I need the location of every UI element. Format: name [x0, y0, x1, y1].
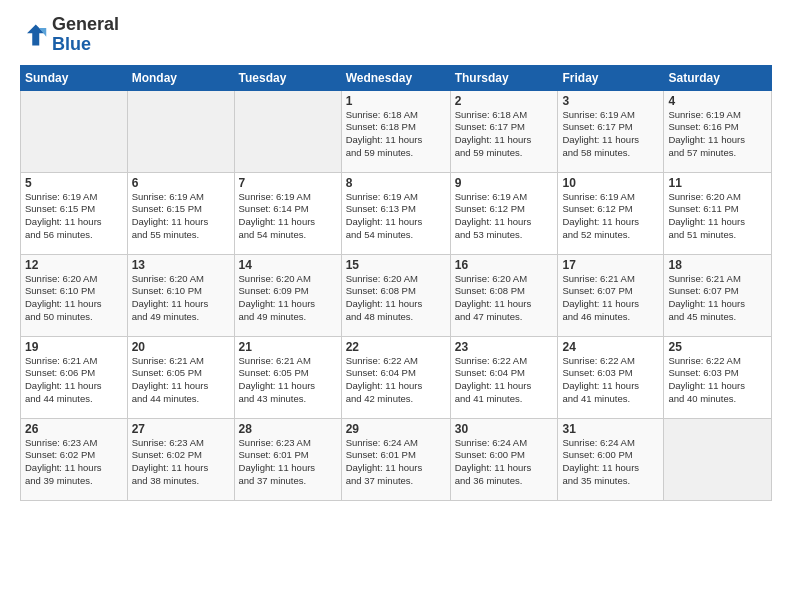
day-number: 20 — [132, 340, 230, 354]
calendar-cell: 11Sunrise: 6:20 AM Sunset: 6:11 PM Dayli… — [664, 172, 772, 254]
day-number: 21 — [239, 340, 337, 354]
calendar-cell: 6Sunrise: 6:19 AM Sunset: 6:15 PM Daylig… — [127, 172, 234, 254]
day-info: Sunrise: 6:19 AM Sunset: 6:17 PM Dayligh… — [562, 109, 659, 160]
day-number: 23 — [455, 340, 554, 354]
week-row-4: 19Sunrise: 6:21 AM Sunset: 6:06 PM Dayli… — [21, 336, 772, 418]
day-number: 3 — [562, 94, 659, 108]
day-number: 11 — [668, 176, 767, 190]
weekday-header-wednesday: Wednesday — [341, 65, 450, 90]
week-row-5: 26Sunrise: 6:23 AM Sunset: 6:02 PM Dayli… — [21, 418, 772, 500]
day-number: 16 — [455, 258, 554, 272]
weekday-header-monday: Monday — [127, 65, 234, 90]
calendar-cell: 20Sunrise: 6:21 AM Sunset: 6:05 PM Dayli… — [127, 336, 234, 418]
day-info: Sunrise: 6:22 AM Sunset: 6:03 PM Dayligh… — [668, 355, 767, 406]
calendar-cell: 15Sunrise: 6:20 AM Sunset: 6:08 PM Dayli… — [341, 254, 450, 336]
day-info: Sunrise: 6:20 AM Sunset: 6:08 PM Dayligh… — [455, 273, 554, 324]
day-info: Sunrise: 6:19 AM Sunset: 6:16 PM Dayligh… — [668, 109, 767, 160]
day-info: Sunrise: 6:19 AM Sunset: 6:12 PM Dayligh… — [455, 191, 554, 242]
day-info: Sunrise: 6:20 AM Sunset: 6:09 PM Dayligh… — [239, 273, 337, 324]
calendar-cell: 3Sunrise: 6:19 AM Sunset: 6:17 PM Daylig… — [558, 90, 664, 172]
calendar-cell: 4Sunrise: 6:19 AM Sunset: 6:16 PM Daylig… — [664, 90, 772, 172]
calendar-cell — [21, 90, 128, 172]
weekday-header-sunday: Sunday — [21, 65, 128, 90]
day-info: Sunrise: 6:21 AM Sunset: 6:06 PM Dayligh… — [25, 355, 123, 406]
day-number: 17 — [562, 258, 659, 272]
day-info: Sunrise: 6:22 AM Sunset: 6:03 PM Dayligh… — [562, 355, 659, 406]
calendar-cell: 17Sunrise: 6:21 AM Sunset: 6:07 PM Dayli… — [558, 254, 664, 336]
logo: General Blue — [20, 15, 119, 55]
day-number: 19 — [25, 340, 123, 354]
calendar-cell: 24Sunrise: 6:22 AM Sunset: 6:03 PM Dayli… — [558, 336, 664, 418]
calendar-cell: 13Sunrise: 6:20 AM Sunset: 6:10 PM Dayli… — [127, 254, 234, 336]
day-info: Sunrise: 6:19 AM Sunset: 6:14 PM Dayligh… — [239, 191, 337, 242]
day-number: 15 — [346, 258, 446, 272]
page-container: General Blue SundayMondayTuesdayWednesda… — [0, 0, 792, 511]
day-info: Sunrise: 6:23 AM Sunset: 6:02 PM Dayligh… — [25, 437, 123, 488]
weekday-header-thursday: Thursday — [450, 65, 558, 90]
day-info: Sunrise: 6:19 AM Sunset: 6:15 PM Dayligh… — [25, 191, 123, 242]
day-info: Sunrise: 6:24 AM Sunset: 6:00 PM Dayligh… — [562, 437, 659, 488]
day-number: 13 — [132, 258, 230, 272]
day-info: Sunrise: 6:21 AM Sunset: 6:07 PM Dayligh… — [668, 273, 767, 324]
day-info: Sunrise: 6:24 AM Sunset: 6:01 PM Dayligh… — [346, 437, 446, 488]
calendar-cell: 8Sunrise: 6:19 AM Sunset: 6:13 PM Daylig… — [341, 172, 450, 254]
day-info: Sunrise: 6:23 AM Sunset: 6:02 PM Dayligh… — [132, 437, 230, 488]
day-number: 28 — [239, 422, 337, 436]
day-number: 18 — [668, 258, 767, 272]
day-info: Sunrise: 6:18 AM Sunset: 6:18 PM Dayligh… — [346, 109, 446, 160]
day-number: 8 — [346, 176, 446, 190]
calendar-cell: 7Sunrise: 6:19 AM Sunset: 6:14 PM Daylig… — [234, 172, 341, 254]
calendar-cell: 21Sunrise: 6:21 AM Sunset: 6:05 PM Dayli… — [234, 336, 341, 418]
day-number: 12 — [25, 258, 123, 272]
calendar-cell: 14Sunrise: 6:20 AM Sunset: 6:09 PM Dayli… — [234, 254, 341, 336]
calendar-cell: 2Sunrise: 6:18 AM Sunset: 6:17 PM Daylig… — [450, 90, 558, 172]
day-number: 4 — [668, 94, 767, 108]
calendar-cell — [234, 90, 341, 172]
header: General Blue — [20, 15, 772, 55]
day-info: Sunrise: 6:20 AM Sunset: 6:10 PM Dayligh… — [25, 273, 123, 324]
day-number: 9 — [455, 176, 554, 190]
day-number: 7 — [239, 176, 337, 190]
calendar-cell: 29Sunrise: 6:24 AM Sunset: 6:01 PM Dayli… — [341, 418, 450, 500]
weekday-header-row: SundayMondayTuesdayWednesdayThursdayFrid… — [21, 65, 772, 90]
logo-blue: Blue — [52, 35, 119, 55]
day-number: 5 — [25, 176, 123, 190]
calendar-cell — [664, 418, 772, 500]
calendar-cell: 12Sunrise: 6:20 AM Sunset: 6:10 PM Dayli… — [21, 254, 128, 336]
day-number: 24 — [562, 340, 659, 354]
calendar-table: SundayMondayTuesdayWednesdayThursdayFrid… — [20, 65, 772, 501]
logo-general: General — [52, 15, 119, 35]
week-row-1: 1Sunrise: 6:18 AM Sunset: 6:18 PM Daylig… — [21, 90, 772, 172]
day-info: Sunrise: 6:22 AM Sunset: 6:04 PM Dayligh… — [455, 355, 554, 406]
day-info: Sunrise: 6:20 AM Sunset: 6:11 PM Dayligh… — [668, 191, 767, 242]
calendar-cell: 31Sunrise: 6:24 AM Sunset: 6:00 PM Dayli… — [558, 418, 664, 500]
day-info: Sunrise: 6:21 AM Sunset: 6:07 PM Dayligh… — [562, 273, 659, 324]
svg-marker-0 — [27, 24, 45, 45]
weekday-header-tuesday: Tuesday — [234, 65, 341, 90]
weekday-header-friday: Friday — [558, 65, 664, 90]
day-number: 27 — [132, 422, 230, 436]
day-info: Sunrise: 6:19 AM Sunset: 6:15 PM Dayligh… — [132, 191, 230, 242]
day-info: Sunrise: 6:22 AM Sunset: 6:04 PM Dayligh… — [346, 355, 446, 406]
day-info: Sunrise: 6:19 AM Sunset: 6:13 PM Dayligh… — [346, 191, 446, 242]
day-number: 2 — [455, 94, 554, 108]
calendar-cell: 25Sunrise: 6:22 AM Sunset: 6:03 PM Dayli… — [664, 336, 772, 418]
day-number: 10 — [562, 176, 659, 190]
day-info: Sunrise: 6:24 AM Sunset: 6:00 PM Dayligh… — [455, 437, 554, 488]
day-number: 22 — [346, 340, 446, 354]
calendar-cell — [127, 90, 234, 172]
day-info: Sunrise: 6:19 AM Sunset: 6:12 PM Dayligh… — [562, 191, 659, 242]
calendar-cell: 9Sunrise: 6:19 AM Sunset: 6:12 PM Daylig… — [450, 172, 558, 254]
week-row-2: 5Sunrise: 6:19 AM Sunset: 6:15 PM Daylig… — [21, 172, 772, 254]
day-info: Sunrise: 6:21 AM Sunset: 6:05 PM Dayligh… — [239, 355, 337, 406]
weekday-header-saturday: Saturday — [664, 65, 772, 90]
day-number: 6 — [132, 176, 230, 190]
calendar-cell: 23Sunrise: 6:22 AM Sunset: 6:04 PM Dayli… — [450, 336, 558, 418]
day-number: 29 — [346, 422, 446, 436]
calendar-cell: 18Sunrise: 6:21 AM Sunset: 6:07 PM Dayli… — [664, 254, 772, 336]
calendar-cell: 19Sunrise: 6:21 AM Sunset: 6:06 PM Dayli… — [21, 336, 128, 418]
day-info: Sunrise: 6:20 AM Sunset: 6:08 PM Dayligh… — [346, 273, 446, 324]
week-row-3: 12Sunrise: 6:20 AM Sunset: 6:10 PM Dayli… — [21, 254, 772, 336]
calendar-cell: 5Sunrise: 6:19 AM Sunset: 6:15 PM Daylig… — [21, 172, 128, 254]
calendar-cell: 26Sunrise: 6:23 AM Sunset: 6:02 PM Dayli… — [21, 418, 128, 500]
